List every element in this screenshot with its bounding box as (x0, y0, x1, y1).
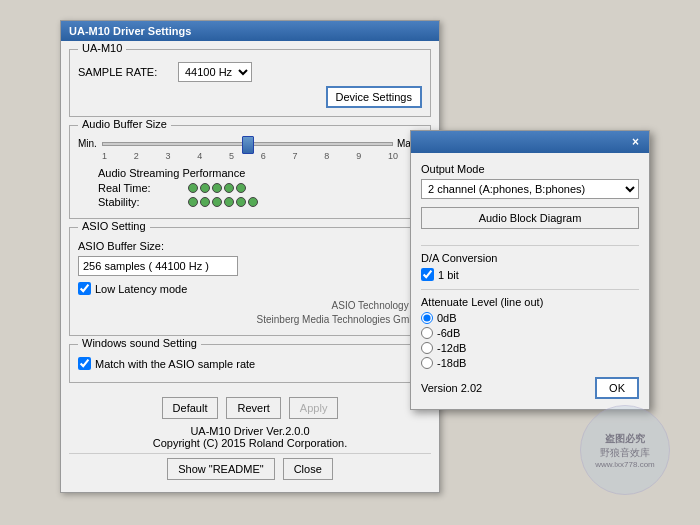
ua-m10-group-title: UA-M10 (78, 42, 126, 54)
attenuate-label: Attenuate Level (line out) (421, 296, 639, 308)
audio-buffer-inner: Min. Max. 1 2 3 4 5 6 7 8 9 10 (78, 138, 422, 208)
match-asio-row: Match with the ASIO sample rate (78, 357, 422, 370)
asio-buffer-input-row (78, 256, 422, 276)
attenuate-0db-label: 0dB (437, 312, 457, 324)
main-dialog-titlebar: UA-M10 Driver Settings (61, 21, 439, 41)
output-mode-select[interactable]: 2 channel (A:phones, B:phones) 1 channel… (421, 179, 639, 199)
attenuate-18db-row: -18dB (421, 357, 639, 369)
close-main-button[interactable]: Close (283, 458, 333, 480)
asio-group-inner: ASIO Buffer Size: Low Latency mode ASIO … (78, 240, 422, 327)
device-footer: Version 2.02 OK (421, 377, 639, 399)
da-conversion-label: D/A Conversion (421, 252, 639, 264)
windows-sound-title: Windows sound Setting (78, 337, 201, 349)
rt-dot-1 (188, 183, 198, 193)
attenuate-0db-radio[interactable] (421, 312, 433, 324)
attenuate-6db-row: -6dB (421, 327, 639, 339)
da-1bit-checkbox[interactable] (421, 268, 434, 281)
device-dialog-titlebar: × (411, 131, 649, 153)
footer-buttons: Default Revert Apply (69, 391, 431, 425)
watermark: 盗图必究 野狼音效库 www.lxx778.com (580, 405, 670, 495)
main-dialog-body: UA-M10 SAMPLE RATE: 44100 Hz 48000 Hz 88… (61, 41, 439, 492)
main-dialog: UA-M10 Driver Settings UA-M10 SAMPLE RAT… (60, 20, 440, 493)
st-dot-1 (188, 197, 198, 207)
st-dot-3 (212, 197, 222, 207)
ok-button[interactable]: OK (595, 377, 639, 399)
attenuate-12db-row: -12dB (421, 342, 639, 354)
attenuate-radio-group: 0dB -6dB -12dB -18dB (421, 312, 639, 369)
sample-rate-row: SAMPLE RATE: 44100 Hz 48000 Hz 88200 Hz … (78, 62, 422, 82)
ua-m10-group: UA-M10 SAMPLE RATE: 44100 Hz 48000 Hz 88… (69, 49, 431, 117)
low-latency-label: Low Latency mode (95, 283, 187, 295)
watermark-line3: www.lxx778.com (595, 460, 655, 469)
da-1bit-row: 1 bit (421, 268, 639, 281)
show-readme-button[interactable]: Show "README" (167, 458, 274, 480)
stability-row: Stability: (98, 196, 422, 208)
asio-buffer-input[interactable] (78, 256, 238, 276)
sample-rate-select[interactable]: 44100 Hz 48000 Hz 88200 Hz 96000 Hz (178, 62, 252, 82)
device-dialog: × Output Mode 2 channel (A:phones, B:pho… (410, 130, 650, 410)
divider-1 (421, 245, 639, 246)
asio-buffer-row: ASIO Buffer Size: (78, 240, 422, 252)
sample-rate-label: SAMPLE RATE: (78, 66, 178, 78)
device-dialog-body: Output Mode 2 channel (A:phones, B:phone… (411, 153, 649, 409)
audio-block-button[interactable]: Audio Block Diagram (421, 207, 639, 229)
asio-group: ASIO Setting ASIO Buffer Size: Low Laten… (69, 227, 431, 336)
version-text: UA-M10 Driver Ver.2.0.0 (69, 425, 431, 437)
asio-group-title: ASIO Setting (78, 220, 150, 232)
divider-2 (421, 289, 639, 290)
match-asio-label: Match with the ASIO sample rate (95, 358, 255, 370)
attenuate-6db-radio[interactable] (421, 327, 433, 339)
attenuate-12db-radio[interactable] (421, 342, 433, 354)
apply-button[interactable]: Apply (289, 397, 339, 419)
readme-bar: Show "README" Close (69, 453, 431, 484)
windows-sound-inner: Match with the ASIO sample rate (78, 357, 422, 370)
windows-sound-group: Windows sound Setting Match with the ASI… (69, 344, 431, 383)
main-dialog-title: UA-M10 Driver Settings (69, 25, 191, 37)
attenuate-6db-label: -6dB (437, 327, 460, 339)
asio-credit-line1: ASIO Technology by (332, 300, 422, 311)
rt-dot-3 (212, 183, 222, 193)
slider-thumb[interactable] (242, 136, 254, 154)
st-dot-5 (236, 197, 246, 207)
asio-credit-line2: Steinberg Media Technologies GmbH (257, 314, 422, 325)
watermark-circle: 盗图必究 野狼音效库 www.lxx778.com (580, 405, 670, 495)
audio-buffer-title: Audio Buffer Size (78, 118, 171, 130)
watermark-line1: 盗图必究 (605, 432, 645, 446)
device-settings-button[interactable]: Device Settings (326, 86, 422, 108)
low-latency-checkbox[interactable] (78, 282, 91, 295)
st-dot-6 (248, 197, 258, 207)
rt-dot-5 (236, 183, 246, 193)
version-section: UA-M10 Driver Ver.2.0.0 Copyright (C) 20… (69, 425, 431, 449)
st-dot-4 (224, 197, 234, 207)
stability-label: Stability: (98, 196, 188, 208)
slider-track[interactable] (102, 142, 393, 146)
revert-button[interactable]: Revert (226, 397, 280, 419)
rt-dot-4 (224, 183, 234, 193)
device-close-button[interactable]: × (630, 135, 641, 149)
realtime-dots (188, 183, 246, 193)
low-latency-row: Low Latency mode (78, 282, 422, 295)
asio-buffer-label: ASIO Buffer Size: (78, 240, 178, 252)
attenuate-18db-radio[interactable] (421, 357, 433, 369)
performance-section: Audio Streaming Performance Real Time: S… (98, 167, 422, 208)
stability-dots (188, 197, 258, 207)
realtime-label: Real Time: (98, 182, 188, 194)
copyright-text: Copyright (C) 2015 Roland Corporation. (69, 437, 431, 449)
rt-dot-2 (200, 183, 210, 193)
st-dot-2 (200, 197, 210, 207)
da-1bit-label: 1 bit (438, 269, 459, 281)
slider-min-label: Min. (78, 138, 98, 149)
attenuate-12db-label: -12dB (437, 342, 466, 354)
asio-credit: ASIO Technology by Steinberg Media Techn… (78, 299, 422, 327)
device-version-label: Version 2.02 (421, 382, 482, 394)
output-mode-label: Output Mode (421, 163, 639, 175)
match-asio-checkbox[interactable] (78, 357, 91, 370)
performance-label: Audio Streaming Performance (98, 167, 422, 179)
attenuate-0db-row: 0dB (421, 312, 639, 324)
watermark-line2: 野狼音效库 (600, 446, 650, 460)
audio-buffer-group: Audio Buffer Size Min. Max. 1 2 3 4 5 6 … (69, 125, 431, 219)
default-button[interactable]: Default (162, 397, 219, 419)
slider-container: Min. Max. (78, 138, 422, 149)
ua-m10-group-inner: SAMPLE RATE: 44100 Hz 48000 Hz 88200 Hz … (78, 62, 422, 108)
realtime-row: Real Time: (98, 182, 422, 194)
